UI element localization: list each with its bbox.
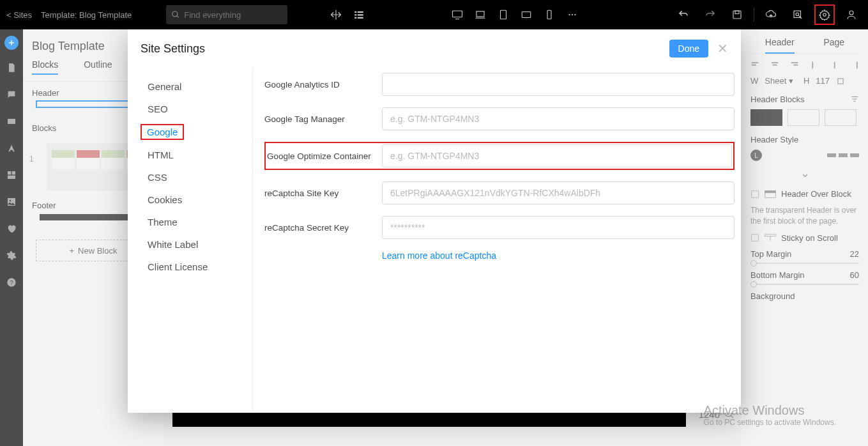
svg-rect-8 [453,11,462,17]
nav-css[interactable]: CSS [128,166,252,188]
ga-id-input[interactable] [382,73,735,96]
nav-client-license[interactable]: Client License [128,256,252,278]
svg-rect-49 [752,190,759,197]
sites-link[interactable]: < Sites [6,10,32,20]
style-badge[interactable]: L [750,150,762,161]
top-margin-slider[interactable] [750,263,859,264]
svg-rect-38 [772,62,779,63]
search-icon [171,10,180,19]
more-viewports-icon[interactable] [562,4,582,25]
top-margin-value[interactable]: 22 [850,249,859,259]
comment-icon[interactable] [3,86,20,104]
text-icon[interactable] [3,139,20,157]
recaptcha-secret-label: reCaptcha Secret Key [264,223,382,233]
bottom-margin-value[interactable]: 60 [850,270,859,280]
svg-line-22 [799,16,802,19]
image-icon[interactable] [3,193,20,211]
close-icon[interactable]: ✕ [717,41,728,56]
header-block-option[interactable] [788,109,819,126]
svg-rect-14 [547,10,551,19]
redo-icon[interactable] [700,4,720,25]
move-tool-icon[interactable] [326,4,346,25]
card-icon[interactable] [3,112,20,130]
list-view-icon[interactable] [349,4,369,25]
bottom-margin-slider[interactable] [750,284,859,285]
publish-icon[interactable] [761,4,781,25]
align-icon[interactable] [770,61,779,70]
left-rail: ? [0,29,23,446]
filter-icon[interactable] [850,95,859,104]
save-icon[interactable] [727,4,747,25]
svg-rect-18 [733,11,741,19]
search-box[interactable] [166,5,287,24]
recaptcha-secret-input[interactable] [382,216,735,239]
tablet-landscape-viewport-icon[interactable] [516,4,537,25]
mobile-viewport-icon[interactable] [539,4,560,25]
tab-header[interactable]: Header [765,37,795,54]
checkbox-icon[interactable] [750,190,759,199]
style-swatch[interactable] [827,153,836,157]
svg-point-0 [172,12,178,17]
width-mode[interactable]: Sheet ▾ [765,76,793,86]
nav-seo[interactable]: SEO [128,98,252,120]
height-value[interactable]: 117 [816,76,830,86]
sticky-icon [765,234,776,242]
header-block-option[interactable] [750,109,782,126]
chevron-down-icon[interactable]: ⌄ [750,166,859,180]
nav-cookies[interactable]: Cookies [128,188,252,211]
settings-icon[interactable] [814,4,835,25]
svg-rect-36 [752,62,759,63]
header-block-option[interactable] [825,109,857,126]
nav-white-label[interactable]: White Label [128,233,252,256]
search-input[interactable] [184,10,280,20]
heart-icon[interactable] [3,220,20,238]
laptop-viewport-icon[interactable] [470,4,491,25]
svg-rect-4 [354,14,356,15]
recaptcha-site-input[interactable] [382,181,735,204]
undo-icon[interactable] [673,4,694,25]
page-title: Blog Template [32,40,105,53]
desktop-viewport-icon[interactable] [447,4,468,25]
tab-page[interactable]: Page [823,37,844,54]
align-icon[interactable] [850,61,859,70]
learn-more-link[interactable]: Learn more about reCaptcha [382,250,735,261]
svg-rect-40 [791,62,798,63]
svg-rect-41 [794,65,798,66]
help-icon[interactable]: ? [3,273,20,291]
svg-rect-53 [765,235,776,236]
nav-general[interactable]: General [128,75,252,98]
gear-icon[interactable] [3,247,20,265]
style-swatch[interactable] [850,153,859,157]
align-icon[interactable] [811,61,819,70]
nav-theme[interactable]: Theme [128,211,252,233]
tab-outline[interactable]: Outline [84,59,112,75]
optimize-input[interactable] [382,144,732,167]
checkbox-icon[interactable] [750,233,759,242]
layout-icon[interactable] [3,166,20,184]
settings-content: Google Analytics ID Google Tag Manager G… [252,68,741,413]
done-button[interactable]: Done [669,40,708,58]
svg-rect-29 [12,171,15,174]
preview-icon[interactable] [788,4,808,25]
align-icon[interactable] [790,61,799,70]
style-swatch[interactable] [839,153,848,157]
align-icon[interactable] [750,61,759,70]
nav-google[interactable]: Google [141,124,184,140]
tablet-viewport-icon[interactable] [493,4,514,25]
svg-rect-12 [501,10,506,19]
svg-point-23 [823,13,826,17]
nav-html[interactable]: HTML [128,144,252,166]
user-icon[interactable] [841,4,862,25]
svg-point-21 [796,13,799,16]
header-over-block-label: Header Over Block [781,189,851,199]
page-icon[interactable] [3,59,20,77]
right-panel: Header Page W Sheet ▾ H 117 Header Block… [742,29,868,446]
align-icon[interactable] [830,61,839,70]
constrain-icon[interactable] [836,77,845,86]
svg-rect-52 [752,235,759,242]
add-icon[interactable] [4,36,19,50]
gtm-input[interactable] [382,107,735,130]
tab-blocks[interactable]: Blocks [32,59,58,75]
settings-nav: General SEO Google HTML CSS Cookies Them… [128,68,252,413]
svg-point-17 [574,14,575,15]
